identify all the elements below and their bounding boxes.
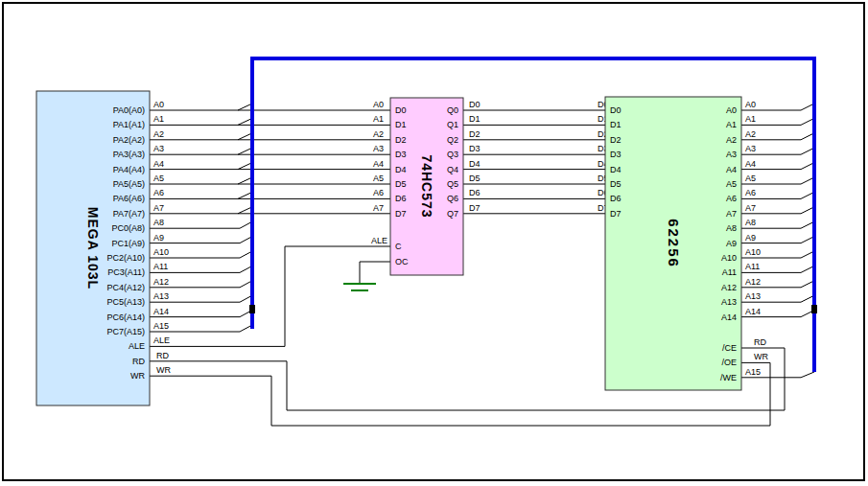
net-label-A10: A10 [153, 247, 169, 257]
pin-mega-103l-PA6(A6): PA6(A6) [113, 194, 145, 203]
net-label-D0: D0 [469, 100, 481, 109]
net-label-A13: A13 [745, 291, 761, 301]
bus-junction [249, 305, 255, 313]
net-label-A2: A2 [153, 129, 164, 139]
chip-74hc573-label: 74HC573 [419, 154, 434, 218]
pin-62256-A5: A5 [726, 179, 737, 189]
pin-74hc573-Q0: Q0 [447, 105, 458, 115]
pin-74hc573-OC: OC [395, 257, 409, 266]
net-label-A12: A12 [153, 277, 169, 287]
pin-62256-D6: D6 [610, 194, 622, 203]
net-label-A3: A3 [153, 144, 164, 153]
net-label-A3: A3 [373, 144, 384, 153]
pin-74hc573-Q2: Q2 [447, 135, 458, 145]
chip-mega-103l-label: MEGA 103L [85, 207, 101, 289]
net-label-A4: A4 [745, 159, 756, 169]
net-label-A10: A10 [745, 247, 761, 257]
pin-74hc573-D1: D1 [395, 120, 407, 129]
pin-62256-/OE: /OE [721, 358, 737, 367]
pin-mega-103l-ALE: ALE [129, 341, 145, 351]
pin-mega-103l-PA4(A4): PA4(A4) [113, 165, 145, 174]
pin-62256-D1: D1 [610, 120, 622, 129]
net-label-A13: A13 [153, 291, 169, 301]
pin-mega-103l-PA3(A3): PA3(A3) [113, 150, 145, 159]
pin-62256-A13: A13 [721, 297, 737, 307]
pin-62256-D4: D4 [610, 165, 622, 174]
net-label-A2: A2 [373, 129, 384, 139]
pin-62256-A9: A9 [726, 239, 737, 248]
net-label-A6: A6 [373, 188, 384, 197]
pin-74hc573-D0: D0 [395, 105, 407, 115]
net-label-A15: A15 [745, 367, 761, 377]
net-label-A1: A1 [153, 114, 164, 124]
pin-mega-103l-PA1(A1): PA1(A1) [113, 120, 145, 129]
net-label-A7: A7 [745, 203, 756, 213]
pin-62256-A8: A8 [726, 223, 737, 233]
net-label-A5: A5 [745, 174, 756, 183]
pin-74hc573-D7: D7 [395, 209, 407, 219]
net-label-D4: D4 [469, 159, 481, 169]
net-label-A8: A8 [153, 218, 164, 227]
pin-74hc573-D5: D5 [395, 179, 407, 189]
net-label-D1: D1 [469, 114, 481, 124]
pin-74hc573-D3: D3 [395, 150, 407, 159]
net-label-A2: A2 [745, 129, 756, 139]
net-label-A1: A1 [745, 114, 756, 124]
net-label-A6: A6 [745, 188, 756, 197]
pin-62256-D3: D3 [610, 150, 622, 159]
net-label-A14: A14 [153, 307, 169, 316]
net-label-ALE: ALE [153, 336, 170, 345]
net-label-D3: D3 [469, 144, 481, 153]
net-label-A0: A0 [153, 100, 164, 109]
pin-62256-A11: A11 [722, 267, 737, 277]
pin-62256-D0: D0 [610, 105, 622, 115]
pin-mega-103l-PC0(A8): PC0(A8) [111, 223, 145, 233]
pin-74hc573-Q3: Q3 [447, 150, 458, 159]
pin-74hc573-Q6: Q6 [447, 194, 458, 203]
pin-62256-A14: A14 [721, 312, 737, 322]
net-label-A12: A12 [745, 277, 761, 287]
circuit-schematic: A0A0A1A1A2A2A3A3A4A4A5A5A6A6A7A7A8A9A10A… [0, 0, 868, 486]
pin-62256-D2: D2 [610, 135, 622, 145]
pin-mega-103l-PC7(A15): PC7(A15) [106, 327, 145, 336]
pin-74hc573-Q1: Q1 [447, 120, 458, 129]
pin-mega-103l-PC6(A14): PC6(A14) [106, 312, 145, 322]
net-label-RD: RD [156, 351, 169, 360]
pin-mega-103l-PC1(A9): PC1(A9) [111, 239, 145, 248]
pin-62256-A6: A6 [726, 194, 737, 203]
schematic-page: A0A0A1A1A2A2A3A3A4A4A5A5A6A6A7A7A8A9A10A… [0, 0, 868, 486]
net-label-A9: A9 [745, 233, 756, 243]
pin-mega-103l-PA0(A0): PA0(A0) [113, 105, 145, 115]
pin-mega-103l-PC4(A12): PC4(A12) [106, 283, 145, 292]
pin-62256-A0: A0 [726, 105, 737, 115]
pin-62256-A1: A1 [726, 120, 737, 129]
pin-62256-A2: A2 [726, 135, 737, 145]
pin-74hc573-C: C [395, 242, 402, 251]
pin-62256-A10: A10 [721, 253, 737, 263]
net-label-WR: WR [754, 352, 768, 361]
bus-junction [811, 305, 817, 313]
net-label-A14: A14 [745, 307, 761, 316]
net-label-A9: A9 [153, 233, 164, 243]
net-label-RD: RD [754, 337, 766, 347]
pin-mega-103l-WR: WR [130, 371, 145, 381]
pin-62256-A4: A4 [726, 165, 737, 174]
net-label-D6: D6 [469, 188, 481, 197]
pin-74hc573-Q7: Q7 [447, 209, 458, 219]
net-label-A1: A1 [373, 114, 384, 124]
pin-62256-A7: A7 [726, 209, 737, 219]
pin-62256-/WE: /WE [720, 373, 737, 382]
net-label-D5: D5 [469, 174, 481, 183]
net-label-A7: A7 [373, 203, 384, 213]
pin-74hc573-Q5: Q5 [447, 179, 458, 189]
pin-62256-A3: A3 [726, 150, 737, 159]
pin-mega-103l-PC3(A11): PC3(A11) [107, 267, 145, 277]
pin-mega-103l-PA2(A2): PA2(A2) [113, 135, 145, 145]
net-label-A5: A5 [153, 174, 164, 183]
pin-mega-103l-PC2(A10): PC2(A10) [106, 253, 145, 263]
pin-mega-103l-PA7(A7): PA7(A7) [113, 209, 145, 219]
pin-62256-/CE: /CE [722, 343, 737, 353]
net-label-A11: A11 [745, 262, 760, 271]
net-label-A7: A7 [153, 203, 164, 213]
net-label-WR: WR [156, 365, 171, 375]
